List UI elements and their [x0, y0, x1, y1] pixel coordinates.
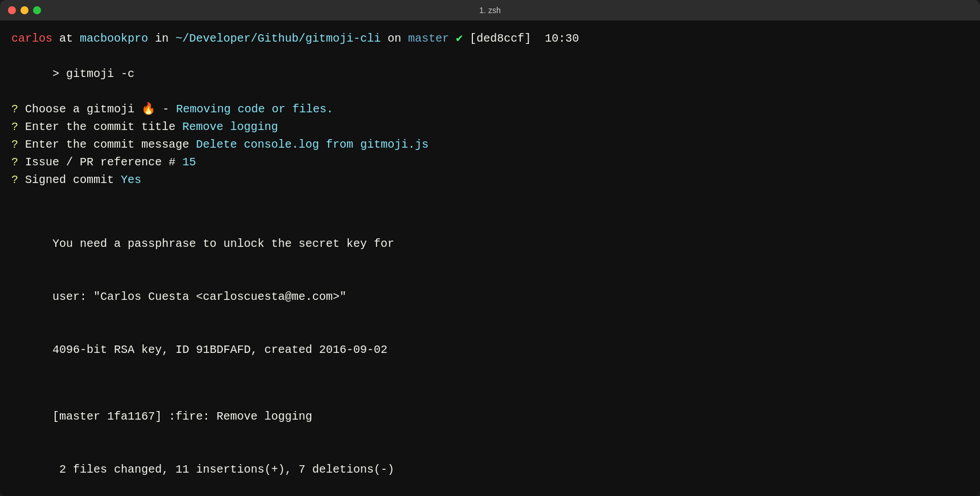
- passphrase-text-2: user: "Carlos Cuesta <carloscuesta@me.co…: [52, 290, 346, 303]
- commit-message-line: ? Enter the commit message Delete consol…: [11, 136, 969, 153]
- signed-commit-line: ? Signed commit Yes: [11, 171, 969, 189]
- commit-result-1: [master 1fa1167] :fire: Remove logging: [11, 390, 969, 443]
- commit-title-line: ? Enter the commit title Remove logging: [11, 118, 969, 136]
- title-answer: Remove logging: [182, 118, 278, 136]
- q5: ?: [11, 171, 25, 189]
- prompt-in-1: in: [148, 30, 175, 47]
- prompt-on-1: on: [381, 30, 408, 47]
- commit-result-2: 2 files changed, 11 insertions(+), 7 del…: [11, 443, 969, 496]
- issue-label: Issue / PR reference #: [25, 153, 182, 171]
- issue-answer: 15: [182, 153, 196, 171]
- passphrase-text-1: You need a passphrase to unlock the secr…: [52, 237, 394, 250]
- signed-label: Signed commit: [25, 171, 121, 189]
- message-answer: Delete console.log from gitmoji.js: [196, 136, 428, 153]
- passphrase-text-3: 4096-bit RSA key, ID 91BDFAFD, created 2…: [52, 343, 387, 356]
- minimize-button[interactable]: [21, 6, 28, 14]
- prompt-user-1: carlos: [11, 30, 52, 47]
- message-label: Enter the commit message: [25, 136, 196, 153]
- terminal-window: 1. zsh carlos at macbookpro in ~/Develop…: [0, 0, 980, 496]
- q3: ?: [11, 136, 25, 153]
- spacer-1: [11, 189, 969, 203]
- terminal-body[interactable]: carlos at macbookpro in ~/Developer/Gith…: [0, 21, 980, 496]
- passphrase-line-2: user: "Carlos Cuesta <carloscuesta@me.co…: [11, 270, 969, 323]
- choose-answer: Removing code or files.: [176, 100, 333, 118]
- title-bar: 1. zsh: [0, 0, 980, 21]
- passphrase-line-1: You need a passphrase to unlock the secr…: [11, 217, 969, 270]
- title-label: Enter the commit title: [25, 118, 182, 136]
- signed-answer: Yes: [121, 171, 141, 189]
- prompt-host-1: macbookpro: [80, 30, 148, 47]
- q1: ?: [11, 100, 25, 118]
- choose-gitmoji-line: ? Choose a gitmoji 🔥 - Removing code or …: [11, 100, 969, 118]
- window-title: 1. zsh: [479, 6, 500, 15]
- q4: ?: [11, 153, 25, 171]
- prompt-check-1: ✔: [449, 30, 463, 47]
- prompt-line-1: carlos at macbookpro in ~/Developer/Gith…: [11, 30, 969, 47]
- prompt-path-1: ~/Developer/Github/gitmoji-cli: [175, 30, 381, 47]
- spacer-2: [11, 203, 969, 217]
- command-text: > gitmoji -c: [52, 67, 134, 80]
- close-button[interactable]: [8, 6, 16, 14]
- commit-result-text-2: 2 files changed, 11 insertions(+), 7 del…: [52, 463, 394, 476]
- passphrase-line-3: 4096-bit RSA key, ID 91BDFAFD, created 2…: [11, 323, 969, 376]
- prompt-branch-1: master: [408, 30, 449, 47]
- q2: ?: [11, 118, 25, 136]
- command-line: > gitmoji -c: [11, 47, 969, 100]
- issue-ref-line: ? Issue / PR reference # 15: [11, 153, 969, 171]
- prompt-hash-1: [ded8ccf]: [463, 30, 531, 47]
- spacer-3: [11, 376, 969, 391]
- prompt-at-1: at: [52, 30, 80, 47]
- prompt-time-1: 10:30: [531, 30, 579, 47]
- maximize-button[interactable]: [33, 6, 41, 14]
- commit-result-text-1: [master 1fa1167] :fire: Remove logging: [52, 410, 312, 423]
- traffic-lights: [8, 6, 41, 14]
- choose-label: Choose a gitmoji 🔥 -: [25, 100, 176, 118]
